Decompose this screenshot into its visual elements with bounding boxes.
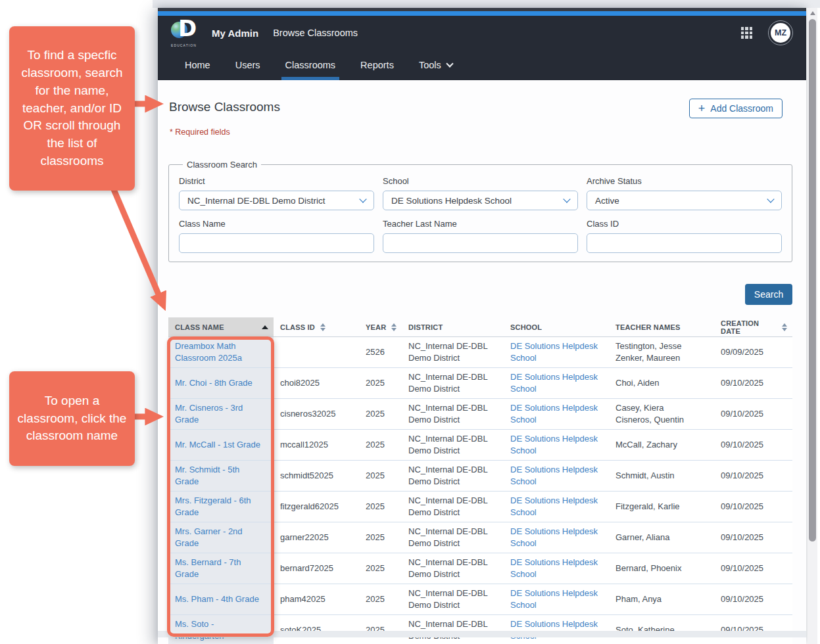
school-link[interactable]: DE Solutions Helpdesk School: [510, 495, 604, 518]
nav-label-home: Home: [185, 60, 210, 70]
school-link[interactable]: DE Solutions Helpdesk School: [510, 587, 604, 611]
class-id-cell: fitzgerald62025: [274, 492, 359, 522]
district-select[interactable]: NC_Internal DE-DBL Demo District: [179, 191, 374, 210]
vertical-scrollbar: [808, 8, 817, 644]
class-name-link[interactable]: Ms. Soto - Kindergarten: [175, 618, 264, 642]
discovery-education-logo[interactable]: D EDUCATION: [171, 20, 201, 45]
year-cell: 2025: [359, 522, 402, 553]
teacher-names-cell: Schmidt, Austin: [609, 461, 714, 491]
class-name-link[interactable]: Dreambox Math Classroom 2025a: [175, 340, 264, 364]
district-cell: NC_Internal DE-DBL Demo District: [402, 553, 504, 584]
callout-open-instructions: To open a classroom, click the classroom…: [9, 371, 135, 466]
masthead-right: MZ: [741, 20, 794, 45]
table-row: Mrs. Garner - 2nd Grade garner22025 2025…: [168, 522, 792, 553]
page-content: Browse Classrooms + Add Classroom * Requ…: [158, 80, 806, 637]
scrollbar-up-arrow-icon[interactable]: [810, 11, 815, 15]
teacher-names-cell: Casey, KieraCisneros, Quentin: [609, 399, 714, 429]
column-header-school: SCHOOL: [504, 317, 609, 336]
school-link[interactable]: DE Solutions Helpdesk School: [510, 433, 604, 457]
table-row: Ms. Soto - Kindergarten sotoK2025 2025 N…: [168, 615, 792, 644]
school-link[interactable]: DE Solutions Helpdesk School: [510, 464, 604, 488]
class-name-link[interactable]: Ms. Bernard - 7th Grade: [175, 557, 264, 580]
scrollbar-thumb[interactable]: [809, 19, 816, 541]
nav-item-reports[interactable]: Reports: [358, 50, 397, 80]
user-avatar[interactable]: MZ: [768, 20, 793, 45]
year-cell: 2526: [359, 337, 402, 367]
nav-item-home[interactable]: Home: [182, 50, 213, 80]
class-name-cell: Mr. Cisneros - 3rd Grade: [168, 399, 274, 429]
class-id-cell: cisneros32025: [274, 399, 359, 429]
teacher-names-cell: Testington, JesseZenker, Maureen: [609, 337, 714, 367]
school-link[interactable]: DE Solutions Helpdesk School: [510, 340, 604, 364]
district-cell: NC_Internal DE-DBL Demo District: [402, 399, 504, 429]
column-header-creation-date[interactable]: CREATION DATE: [714, 317, 792, 336]
class-name-link[interactable]: Mrs. Fitzgerald - 6th Grade: [175, 495, 264, 518]
footer-strip: [158, 631, 806, 637]
add-classroom-button[interactable]: + Add Classroom: [689, 99, 783, 118]
classrooms-table: CLASS NAME CLASS ID YEAR DISTRICT: [168, 317, 792, 644]
creation-date-cell: 09/10/2025: [714, 368, 792, 398]
class-name-cell: Mr. Schmidt - 5th Grade: [168, 461, 274, 491]
class-id-label: Class ID: [587, 219, 782, 229]
column-header-year[interactable]: YEAR: [359, 317, 402, 336]
column-label: DISTRICT: [408, 323, 443, 331]
column-header-class-name[interactable]: CLASS NAME: [168, 317, 274, 336]
teacher-last-name-input[interactable]: [383, 233, 578, 253]
main-nav: Home Users Classrooms Reports Tools: [158, 50, 806, 80]
class-name-link[interactable]: Mr. Cisneros - 3rd Grade: [175, 402, 264, 426]
district-cell: NC_Internal DE-DBL Demo District: [402, 522, 504, 553]
district-cell: NC_Internal DE-DBL Demo District: [402, 461, 504, 491]
search-button[interactable]: Search: [745, 284, 792, 305]
teacher-last-name-label: Teacher Last Name: [383, 219, 578, 229]
page-title: Browse Classrooms: [169, 100, 280, 114]
field-class-name: Class Name: [179, 219, 374, 253]
app-title: My Admin: [212, 28, 258, 39]
class-id-cell: schmidt52025: [274, 461, 359, 491]
nav-label-reports: Reports: [360, 60, 394, 70]
table-row: Mr. Schmidt - 5th Grade schmidt52025 202…: [168, 461, 792, 492]
column-header-teacher-names: TEACHER NAMES: [609, 317, 714, 336]
accent-bar: [158, 11, 806, 16]
nav-item-users[interactable]: Users: [233, 50, 263, 80]
class-name-link[interactable]: Mr. McCall - 1st Grade: [175, 439, 264, 451]
class-name-cell: Ms. Soto - Kindergarten: [168, 615, 274, 644]
nav-item-classrooms[interactable]: Classrooms: [283, 50, 339, 80]
classroom-search-legend: Classroom Search: [183, 160, 261, 170]
class-name-link[interactable]: Ms. Pham - 4th Grade: [175, 593, 264, 605]
nav-item-tools[interactable]: Tools: [416, 50, 455, 80]
school-select[interactable]: DE Solutions Helpdesk School: [383, 191, 578, 210]
class-name-input[interactable]: [179, 233, 374, 253]
logo-subtext: EDUCATION: [171, 43, 197, 47]
class-name-link[interactable]: Mrs. Garner - 2nd Grade: [175, 526, 264, 549]
school-link[interactable]: DE Solutions Helpdesk School: [510, 371, 604, 395]
class-name-link[interactable]: Mr. Schmidt - 5th Grade: [175, 464, 264, 488]
avatar-initials: MZ: [771, 23, 790, 43]
district-cell: NC_Internal DE-DBL Demo District: [402, 492, 504, 522]
school-link[interactable]: DE Solutions Helpdesk School: [510, 402, 604, 426]
creation-date-cell: 09/10/2025: [714, 584, 792, 614]
table-row: Mrs. Fitzgerald - 6th Grade fitzgerald62…: [168, 492, 792, 522]
creation-date-cell: 09/09/2025: [714, 337, 792, 367]
school-link[interactable]: DE Solutions Helpdesk School: [510, 526, 604, 549]
sort-both-icon: [782, 323, 787, 331]
school-link[interactable]: DE Solutions Helpdesk School: [510, 557, 604, 580]
nav-label-tools: Tools: [419, 60, 441, 70]
table-row: Mr. Choi - 8th Grade choi82025 2025 NC_I…: [168, 368, 792, 399]
field-archive-status: Archive Status Active: [587, 176, 782, 210]
class-id-input[interactable]: [587, 233, 782, 253]
column-label: CLASS ID: [280, 323, 315, 331]
column-header-class-id[interactable]: CLASS ID: [274, 317, 359, 336]
class-id-cell: pham42025: [274, 584, 359, 614]
app-switcher-icon[interactable]: [741, 27, 753, 39]
class-id-cell: [274, 337, 359, 367]
table-row: Ms. Bernard - 7th Grade bernard72025 202…: [168, 553, 792, 584]
logo-letter: D: [178, 15, 197, 41]
archive-status-select[interactable]: Active: [587, 191, 782, 210]
table-header-row: CLASS NAME CLASS ID YEAR DISTRICT: [168, 317, 792, 337]
school-cell: DE Solutions Helpdesk School: [504, 368, 609, 398]
class-name-link[interactable]: Mr. Choi - 8th Grade: [175, 377, 264, 389]
class-name-cell: Mrs. Garner - 2nd Grade: [168, 522, 274, 553]
class-id-cell: garner22025: [274, 522, 359, 553]
add-classroom-label: Add Classroom: [710, 103, 773, 114]
school-link[interactable]: DE Solutions Helpdesk School: [510, 618, 604, 642]
